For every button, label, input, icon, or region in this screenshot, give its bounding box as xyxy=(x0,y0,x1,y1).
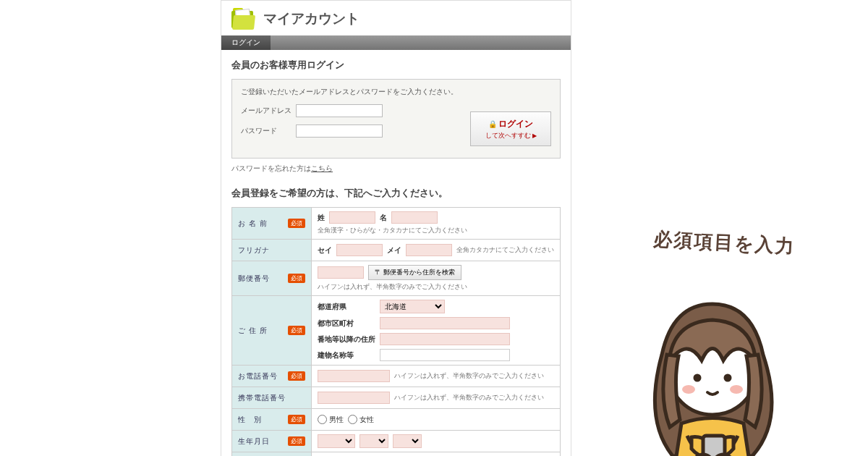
birth-day-select[interactable] xyxy=(393,434,422,448)
register-section-title: 会員登録をご希望の方は、下記へご入力ください。 xyxy=(221,178,571,204)
row-tel: お電話番号 必須 ハイフンは入れず、半角数字のみでご入力ください xyxy=(232,366,561,387)
login-email-label: メールアドレス xyxy=(241,106,296,116)
login-box: ご登録いただいたメールアドレスとパスワードをご入力ください。 メールアドレス パ… xyxy=(231,79,561,159)
furigana-sei-input[interactable] xyxy=(336,244,383,256)
svg-point-1 xyxy=(694,374,702,382)
login-password-label: パスワード xyxy=(241,126,296,136)
register-form: お 名 前 必須 姓 名 全角漢字・ひらがな・カタカナにてご入力ください フリガ… xyxy=(231,207,561,456)
login-password-input[interactable] xyxy=(296,124,383,138)
gender-male[interactable]: 男性 xyxy=(318,415,344,425)
girl-illustration xyxy=(622,268,803,456)
svg-point-3 xyxy=(682,385,695,394)
birth-month-select[interactable] xyxy=(359,434,388,448)
svg-point-4 xyxy=(730,385,743,394)
postal-icon: 〒 xyxy=(375,268,381,277)
gender-female[interactable]: 女性 xyxy=(348,415,374,425)
street-input[interactable] xyxy=(380,333,510,345)
login-email-input[interactable] xyxy=(296,104,383,117)
login-button-label: ログイン xyxy=(498,118,533,130)
lock-icon: 🔒 xyxy=(488,120,497,128)
forgot-password: パスワードを忘れた方はこちら xyxy=(221,164,571,178)
folder-icon xyxy=(231,8,256,30)
required-badge: 必須 xyxy=(288,219,305,228)
speech-bubble: 必須項目を入力 xyxy=(652,227,796,259)
name-mei-input[interactable] xyxy=(391,211,438,224)
login-note: ご登録いただいたメールアドレスとパスワードをご入力ください。 xyxy=(241,87,551,97)
panel-header: マイアカウント xyxy=(221,1,571,35)
name-sei-input[interactable] xyxy=(329,211,375,224)
row-furigana: フリガナ セイ メイ 全角カタカナにてご入力ください xyxy=(232,240,561,261)
mobile-input[interactable] xyxy=(318,392,390,404)
row-birth: 生年月日 必須 xyxy=(232,431,561,452)
row-address: ご 住 所 必須 都道府県 北海道 都市区町村 番地等以降の住所 建物名称等 xyxy=(232,296,561,366)
zip-search-button[interactable]: 〒 郵便番号から住所を検索 xyxy=(368,265,461,280)
page-title: マイアカウント xyxy=(263,9,359,28)
row-zip: 郵便番号 必須 〒 郵便番号から住所を検索 ハイフンは入れず、半角数字のみでご入… xyxy=(232,261,561,296)
zip-input[interactable] xyxy=(318,266,364,279)
row-gender: 性 別 必須 男性 女性 xyxy=(232,409,561,431)
building-input[interactable] xyxy=(380,349,510,361)
login-section-title: 会員のお客様専用ログイン xyxy=(221,50,571,76)
forgot-link[interactable]: こちら xyxy=(311,164,333,172)
birth-year-select[interactable] xyxy=(318,434,355,448)
row-name: お 名 前 必須 姓 名 全角漢字・ひらがな・カタカナにてご入力ください xyxy=(232,208,561,240)
login-button-sub: して次へすすむ xyxy=(485,131,537,140)
city-input[interactable] xyxy=(380,317,510,329)
row-email: メールアドレス 必須 半角英数記号にてご入力ください xyxy=(232,452,561,456)
furigana-mei-input[interactable] xyxy=(406,244,452,256)
tab-login[interactable]: ログイン xyxy=(221,35,271,50)
prefecture-select[interactable]: 北海道 xyxy=(380,300,445,313)
tel-input[interactable] xyxy=(318,370,390,382)
row-mobile: 携帯電話番号 ハイフンは入れず、半角数字のみでご入力ください xyxy=(232,387,561,409)
tab-bar: ログイン xyxy=(221,35,571,50)
svg-point-2 xyxy=(724,374,732,382)
login-button[interactable]: 🔒 ログイン して次へすすむ xyxy=(470,111,551,146)
account-panel: マイアカウント ログイン 会員のお客様専用ログイン ご登録いただいたメールアドレ… xyxy=(221,0,571,456)
